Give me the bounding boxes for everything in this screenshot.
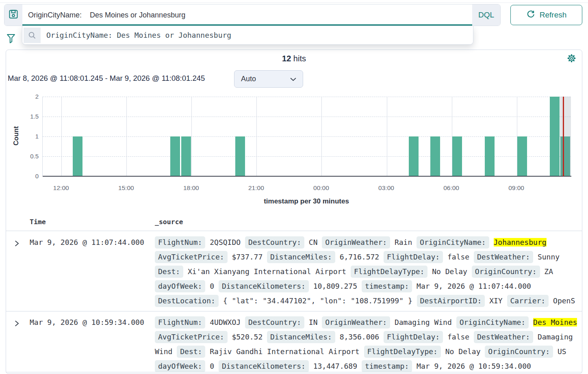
field-name-badge: timestamp: [362,360,412,372]
histogram-bar[interactable] [235,136,245,176]
incomplete-bucket-overlay [560,97,571,176]
column-header-source: _source [155,218,183,226]
interval-select[interactable]: Auto [234,70,303,88]
histogram-bar[interactable] [73,136,82,176]
field-name-badge: DestAirportID: [417,295,485,307]
hits-label: hits [293,54,306,63]
chevron-right-icon [15,242,20,248]
field-name-badge: FlightDelay: [384,251,443,263]
y-gridline [43,117,571,117]
chart-x-axis-title: timestamp per 30 minutes [42,197,571,205]
add-filter-button[interactable] [6,34,16,44]
histogram-bar[interactable] [485,136,495,176]
table-row: Mar 9, 2026 @ 11:07:44.000FlightNum: 2QS… [6,231,582,311]
highlighted-value: Des Moines [533,318,577,326]
histogram-bar[interactable] [550,97,560,176]
field-name-badge: OriginCityName: [417,236,489,249]
histogram-plot [42,97,571,176]
histogram-bar[interactable] [430,136,440,176]
field-name-badge: DistanceKilometers: [219,360,309,372]
expand-row-button[interactable] [15,320,20,328]
x-gridline [191,97,192,176]
field-name-badge: DistanceMiles: [267,251,335,263]
search-icon [24,28,41,43]
field-name-badge: AvgTicketPrice: [155,331,228,343]
y-gridline [43,97,571,97]
chevron-down-icon [290,75,296,83]
field-name-badge: DestWeather: [474,331,533,343]
y-tick-label: 2 [20,93,39,100]
save-query-button[interactable] [4,4,22,26]
field-name-badge: Dest: [155,266,183,278]
field-name-badge: FlightDelayType: [351,266,427,278]
suggestion-text: OriginCityName: Des Moines or Johannesbu… [46,31,231,39]
field-name-badge: OriginCityName: [456,316,529,329]
hits-count: 12 [282,54,291,63]
column-header-time: Time [30,218,46,226]
results-panel: 12 hits Mar 8, 2026 @ 11:08:01.245 - [6,50,582,374]
time-range-label: Mar 8, 2026 @ 11:08:01.245 - Mar 9, 2026… [8,74,205,83]
save-icon [8,9,19,21]
histogram-bar[interactable] [517,136,527,176]
x-tick-label: 09:00 [498,184,535,192]
x-gridline [321,97,322,176]
field-name-badge: DistanceKilometers: [219,280,309,292]
histogram-bar[interactable] [452,136,462,176]
refresh-icon [526,10,535,21]
histogram-bar[interactable] [170,136,180,176]
row-source: FlightNum: 4UDWXOJ DestCountry: IN Origi… [155,311,579,372]
x-gridline [387,97,387,176]
refresh-button[interactable]: Refresh [510,5,582,25]
expand-row-button[interactable] [15,240,20,248]
field-name-badge: dayOfWeek: [155,280,205,292]
gear-icon [566,58,577,65]
x-gridline [256,97,257,176]
x-axis-line [43,176,571,177]
y-tick-label: 0.5 [20,153,39,160]
row-time: Mar 9, 2026 @ 10:59:34.000 [30,311,144,330]
field-name-badge: dayOfWeek: [155,360,205,372]
chart-settings-button[interactable] [566,53,577,65]
x-gridline [61,97,62,176]
field-name-badge: timestamp: [362,280,412,292]
query-input-focus-underline [22,24,472,26]
field-name-badge: OriginCountry: [472,266,540,278]
y-tick-label: 0 [20,173,39,179]
interval-selected-value: Auto [241,75,256,83]
query-bar: DQL [4,4,501,26]
y-tick-label: 1.5 [20,113,39,120]
field-name-badge: FlightNum: [155,236,205,249]
field-name-badge: FlightDelay: [384,331,443,343]
field-name-badge: OriginCountry: [485,346,553,358]
suggestion-item[interactable]: OriginCityName: Des Moines or Johannesbu… [24,28,472,43]
x-tick-label: 18:00 [173,184,209,192]
table-header: Time _source [6,214,582,231]
page-top-divider [0,2,588,3]
x-tick-label: 00:00 [303,184,339,192]
field-name-badge: DestCountry: [245,316,304,329]
dql-button[interactable]: DQL [472,4,500,26]
y-tick-label: 1 [20,133,39,140]
field-name-badge: DestWeather: [474,251,533,263]
x-tick-label: 12:00 [43,184,79,192]
row-time: Mar 9, 2026 @ 11:07:44.000 [30,231,144,250]
field-name-badge: OriginWeather: [322,316,390,329]
refresh-label: Refresh [540,11,567,19]
highlighted-value: Johannesburg [494,238,547,246]
x-tick-label: 03:00 [368,184,405,192]
x-tick-label: 21:00 [238,184,274,192]
histogram-bar[interactable] [409,136,419,176]
chevron-right-icon [15,322,20,328]
field-name-badge: OriginWeather: [322,236,390,249]
field-name-badge: DestLocation: [155,295,219,307]
x-tick-label: 15:00 [108,184,144,192]
field-name-badge: Dest: [177,346,205,358]
x-tick-label: 06:00 [433,184,470,192]
filter-icon [7,39,15,45]
query-input[interactable] [22,4,472,26]
histogram-bar[interactable] [181,136,191,176]
current-time-marker [563,97,564,176]
row-source: FlightNum: 2QSQIDO DestCountry: CN Origi… [155,231,579,311]
field-name-badge: DistanceMiles: [267,331,335,343]
field-name-badge: AvgTicketPrice: [155,251,228,263]
